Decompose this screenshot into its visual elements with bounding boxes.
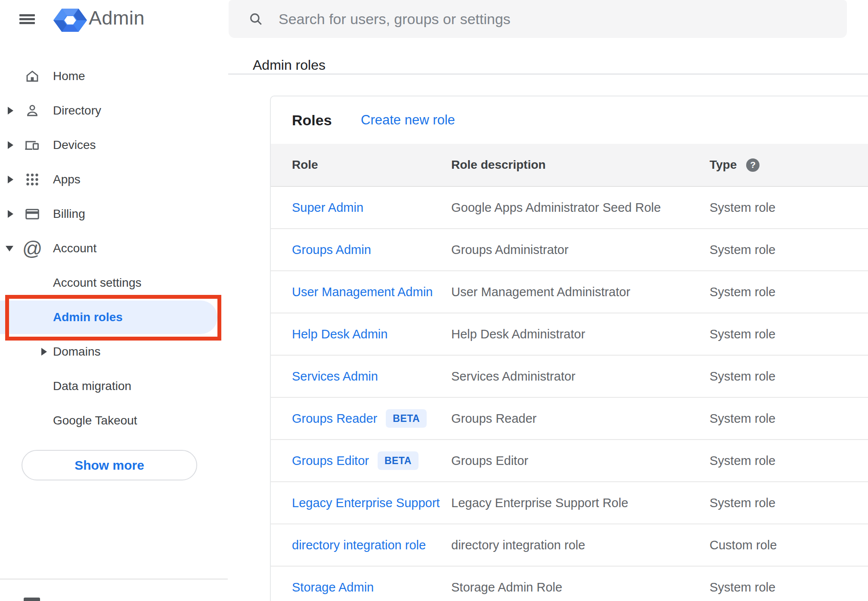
role-link[interactable]: Legacy Enterprise Support (292, 496, 440, 510)
column-header-description: Role description (451, 158, 546, 172)
sidebar-item-account[interactable]: @ Account (0, 231, 228, 266)
sidebar-item-label: Apps (53, 173, 81, 186)
expand-arrow-icon[interactable] (8, 210, 13, 218)
role-link[interactable]: directory integration role (292, 538, 426, 552)
table-row: Help Desk Admin Help Desk Administrator … (271, 313, 868, 356)
table-row: Groups Admin Groups Administrator System… (271, 229, 868, 271)
sidebar-item-label: Account (53, 242, 96, 255)
role-description: directory integration role (451, 538, 585, 552)
role-link[interactable]: Storage Admin (292, 580, 374, 595)
sidebar-item-label: Billing (53, 207, 85, 221)
home-icon (23, 67, 41, 86)
table-row: Groups EditorBETA Groups Editor System r… (271, 440, 868, 482)
sidebar-item-label: Domains (53, 345, 100, 359)
hamburger-bar (19, 22, 35, 24)
panel-title: Roles (292, 96, 332, 144)
search-placeholder: Search for users, groups or settings (279, 11, 511, 28)
role-description: User Management Administrator (451, 285, 630, 299)
role-description: Help Desk Administrator (451, 327, 585, 341)
apps-grid-icon (23, 170, 41, 189)
admin-logo-icon (53, 7, 88, 35)
role-description: Legacy Enterprise Support Role (451, 496, 628, 510)
table-row: User Management Admin User Management Ad… (271, 271, 868, 313)
role-type: System role (710, 580, 775, 595)
table-header-row: Role Role description Type ? (271, 144, 868, 187)
roles-panel: Roles Create new role Role Role descript… (270, 96, 868, 601)
role-type: System role (710, 454, 775, 468)
table-row: Services Admin Services Administrator Sy… (271, 356, 868, 398)
sidebar-item-domains[interactable]: Domains (0, 335, 228, 369)
role-link[interactable]: Groups Editor (292, 454, 369, 468)
role-type: System role (710, 369, 775, 384)
role-link[interactable]: Super Admin (292, 201, 363, 215)
sidebar-item-admin-roles[interactable]: Admin roles (0, 300, 217, 334)
sidebar-item-google-takeout[interactable]: Google Takeout (0, 403, 228, 438)
search-input[interactable]: Search for users, groups or settings (229, 0, 847, 38)
breadcrumb: Admin roles (253, 56, 326, 74)
role-link[interactable]: Services Admin (292, 369, 378, 384)
sidebar-nav: Home Directory Devices (0, 59, 228, 438)
beta-badge: BETA (386, 409, 427, 428)
person-icon (23, 101, 41, 120)
column-header-type: Type ? (710, 158, 760, 172)
cutoff-sidebar-icon (24, 598, 40, 601)
credit-card-icon (23, 204, 41, 223)
table-row: Legacy Enterprise Support Legacy Enterpr… (271, 482, 868, 524)
create-new-role-link[interactable]: Create new role (361, 96, 455, 144)
sidebar-item-billing[interactable]: Billing (0, 197, 228, 231)
hamburger-menu-icon[interactable] (19, 9, 41, 28)
sidebar-item-label: Devices (53, 138, 96, 152)
help-icon[interactable]: ? (746, 158, 760, 172)
sidebar-item-home[interactable]: Home (0, 59, 228, 93)
role-type: System role (710, 327, 775, 341)
role-link[interactable]: Help Desk Admin (292, 327, 388, 341)
role-type: Custom role (710, 538, 777, 552)
sidebar-item-label: Google Takeout (53, 414, 137, 428)
role-type: System role (710, 285, 775, 299)
role-link[interactable]: User Management Admin (292, 285, 433, 299)
expand-arrow-icon[interactable] (8, 141, 13, 149)
show-more-button[interactable]: Show more (22, 450, 197, 480)
role-description: Groups Editor (451, 454, 528, 468)
sidebar-item-label: Data migration (53, 379, 131, 393)
table-row: directory integration role directory int… (271, 524, 868, 567)
expand-arrow-icon[interactable] (8, 176, 13, 183)
role-description: Groups Administrator (451, 243, 568, 257)
sidebar-item-label: Directory (53, 104, 101, 118)
sidebar-item-data-migration[interactable]: Data migration (0, 369, 228, 403)
sidebar-item-apps[interactable]: Apps (0, 162, 228, 197)
role-description: Google Apps Administrator Seed Role (451, 201, 661, 215)
table-row: Super Admin Google Apps Administrator Se… (271, 187, 868, 229)
expand-arrow-icon[interactable] (41, 348, 47, 356)
sidebar-item-devices[interactable]: Devices (0, 128, 228, 162)
role-type: System role (710, 243, 775, 257)
roles-panel-header: Roles Create new role (271, 96, 868, 144)
app-title: Admin (89, 6, 145, 30)
at-sign-icon: @ (23, 239, 41, 258)
table-row: Groups ReaderBETA Groups Reader System r… (271, 398, 868, 440)
sidebar-item-account-settings[interactable]: Account settings (0, 266, 228, 300)
expand-arrow-icon[interactable] (8, 107, 13, 115)
header-divider (228, 74, 868, 74)
sidebar-item-label: Account settings (53, 276, 141, 290)
role-description: Groups Reader (451, 412, 536, 426)
table-row: Storage Admin Storage Admin Role System … (271, 567, 868, 601)
beta-badge: BETA (378, 452, 418, 470)
sidebar-divider (0, 579, 228, 579)
role-type: System role (710, 496, 775, 510)
role-link[interactable]: Groups Reader (292, 412, 377, 426)
collapse-arrow-icon[interactable] (6, 246, 13, 251)
sidebar-item-label: Home (53, 69, 85, 83)
hamburger-bar (19, 14, 35, 16)
hamburger-bar (19, 18, 35, 20)
role-description: Storage Admin Role (451, 580, 562, 595)
search-icon (248, 12, 263, 26)
role-type: System role (710, 201, 775, 215)
role-link[interactable]: Groups Admin (292, 243, 371, 257)
sidebar-item-label: Admin roles (53, 310, 123, 324)
role-description: Services Administrator (451, 369, 576, 384)
sidebar-item-directory[interactable]: Directory (0, 93, 228, 128)
column-header-role: Role (292, 158, 318, 172)
role-type: System role (710, 412, 775, 426)
devices-icon (23, 136, 41, 155)
